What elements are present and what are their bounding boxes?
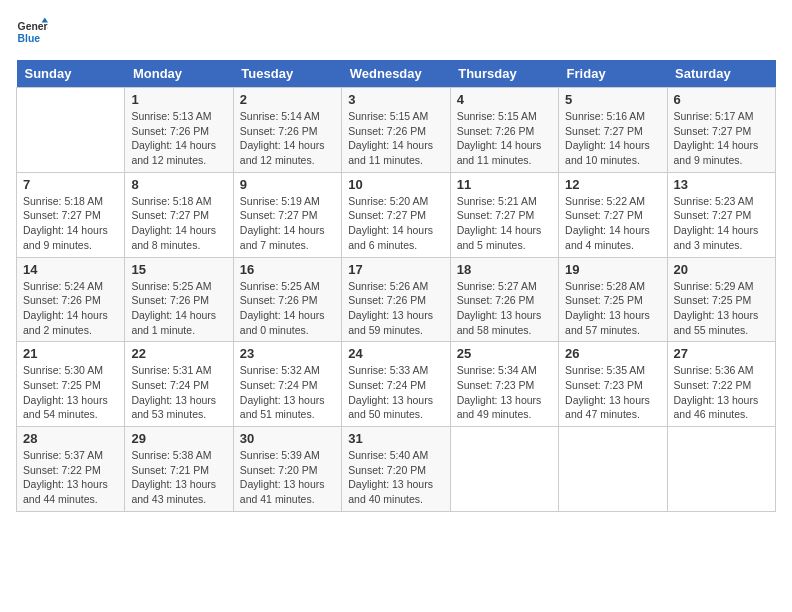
day-info: Sunrise: 5:25 AM Sunset: 7:26 PM Dayligh…	[240, 279, 335, 338]
day-info: Sunrise: 5:26 AM Sunset: 7:26 PM Dayligh…	[348, 279, 443, 338]
weekday-header-wednesday: Wednesday	[342, 60, 450, 88]
calendar-cell: 12Sunrise: 5:22 AM Sunset: 7:27 PM Dayli…	[559, 172, 667, 257]
weekday-header-thursday: Thursday	[450, 60, 558, 88]
calendar-cell: 29Sunrise: 5:38 AM Sunset: 7:21 PM Dayli…	[125, 427, 233, 512]
day-number: 19	[565, 262, 660, 277]
calendar-cell: 17Sunrise: 5:26 AM Sunset: 7:26 PM Dayli…	[342, 257, 450, 342]
calendar-cell: 5Sunrise: 5:16 AM Sunset: 7:27 PM Daylig…	[559, 88, 667, 173]
calendar-cell: 14Sunrise: 5:24 AM Sunset: 7:26 PM Dayli…	[17, 257, 125, 342]
weekday-header-saturday: Saturday	[667, 60, 775, 88]
calendar-cell: 30Sunrise: 5:39 AM Sunset: 7:20 PM Dayli…	[233, 427, 341, 512]
svg-text:General: General	[18, 21, 48, 32]
weekday-header-row: SundayMondayTuesdayWednesdayThursdayFrid…	[17, 60, 776, 88]
day-number: 15	[131, 262, 226, 277]
day-number: 18	[457, 262, 552, 277]
calendar-cell: 19Sunrise: 5:28 AM Sunset: 7:25 PM Dayli…	[559, 257, 667, 342]
day-info: Sunrise: 5:36 AM Sunset: 7:22 PM Dayligh…	[674, 363, 769, 422]
day-info: Sunrise: 5:29 AM Sunset: 7:25 PM Dayligh…	[674, 279, 769, 338]
calendar-cell: 10Sunrise: 5:20 AM Sunset: 7:27 PM Dayli…	[342, 172, 450, 257]
calendar-cell: 25Sunrise: 5:34 AM Sunset: 7:23 PM Dayli…	[450, 342, 558, 427]
day-number: 26	[565, 346, 660, 361]
calendar-cell	[450, 427, 558, 512]
day-number: 9	[240, 177, 335, 192]
day-number: 11	[457, 177, 552, 192]
calendar-cell: 22Sunrise: 5:31 AM Sunset: 7:24 PM Dayli…	[125, 342, 233, 427]
calendar-week-row: 21Sunrise: 5:30 AM Sunset: 7:25 PM Dayli…	[17, 342, 776, 427]
calendar-cell	[559, 427, 667, 512]
day-number: 8	[131, 177, 226, 192]
calendar-cell	[17, 88, 125, 173]
day-number: 22	[131, 346, 226, 361]
calendar-cell: 21Sunrise: 5:30 AM Sunset: 7:25 PM Dayli…	[17, 342, 125, 427]
day-info: Sunrise: 5:24 AM Sunset: 7:26 PM Dayligh…	[23, 279, 118, 338]
day-number: 30	[240, 431, 335, 446]
day-info: Sunrise: 5:25 AM Sunset: 7:26 PM Dayligh…	[131, 279, 226, 338]
day-number: 16	[240, 262, 335, 277]
calendar-cell: 31Sunrise: 5:40 AM Sunset: 7:20 PM Dayli…	[342, 427, 450, 512]
logo: General Blue	[16, 16, 48, 48]
calendar-cell: 28Sunrise: 5:37 AM Sunset: 7:22 PM Dayli…	[17, 427, 125, 512]
day-number: 7	[23, 177, 118, 192]
day-number: 31	[348, 431, 443, 446]
calendar-table: SundayMondayTuesdayWednesdayThursdayFrid…	[16, 60, 776, 512]
logo-icon: General Blue	[16, 16, 48, 48]
day-number: 29	[131, 431, 226, 446]
calendar-week-row: 14Sunrise: 5:24 AM Sunset: 7:26 PM Dayli…	[17, 257, 776, 342]
day-info: Sunrise: 5:18 AM Sunset: 7:27 PM Dayligh…	[23, 194, 118, 253]
calendar-cell: 24Sunrise: 5:33 AM Sunset: 7:24 PM Dayli…	[342, 342, 450, 427]
day-info: Sunrise: 5:22 AM Sunset: 7:27 PM Dayligh…	[565, 194, 660, 253]
day-number: 28	[23, 431, 118, 446]
day-info: Sunrise: 5:15 AM Sunset: 7:26 PM Dayligh…	[457, 109, 552, 168]
calendar-cell: 8Sunrise: 5:18 AM Sunset: 7:27 PM Daylig…	[125, 172, 233, 257]
day-info: Sunrise: 5:23 AM Sunset: 7:27 PM Dayligh…	[674, 194, 769, 253]
calendar-cell: 27Sunrise: 5:36 AM Sunset: 7:22 PM Dayli…	[667, 342, 775, 427]
calendar-week-row: 28Sunrise: 5:37 AM Sunset: 7:22 PM Dayli…	[17, 427, 776, 512]
day-number: 25	[457, 346, 552, 361]
calendar-cell: 7Sunrise: 5:18 AM Sunset: 7:27 PM Daylig…	[17, 172, 125, 257]
day-number: 12	[565, 177, 660, 192]
calendar-cell: 11Sunrise: 5:21 AM Sunset: 7:27 PM Dayli…	[450, 172, 558, 257]
calendar-cell: 16Sunrise: 5:25 AM Sunset: 7:26 PM Dayli…	[233, 257, 341, 342]
calendar-cell: 15Sunrise: 5:25 AM Sunset: 7:26 PM Dayli…	[125, 257, 233, 342]
day-info: Sunrise: 5:37 AM Sunset: 7:22 PM Dayligh…	[23, 448, 118, 507]
day-number: 14	[23, 262, 118, 277]
day-number: 10	[348, 177, 443, 192]
day-number: 3	[348, 92, 443, 107]
calendar-cell: 20Sunrise: 5:29 AM Sunset: 7:25 PM Dayli…	[667, 257, 775, 342]
day-info: Sunrise: 5:33 AM Sunset: 7:24 PM Dayligh…	[348, 363, 443, 422]
calendar-cell: 4Sunrise: 5:15 AM Sunset: 7:26 PM Daylig…	[450, 88, 558, 173]
svg-text:Blue: Blue	[18, 33, 41, 44]
day-number: 23	[240, 346, 335, 361]
day-number: 13	[674, 177, 769, 192]
day-number: 21	[23, 346, 118, 361]
day-number: 1	[131, 92, 226, 107]
calendar-week-row: 7Sunrise: 5:18 AM Sunset: 7:27 PM Daylig…	[17, 172, 776, 257]
calendar-cell: 23Sunrise: 5:32 AM Sunset: 7:24 PM Dayli…	[233, 342, 341, 427]
calendar-cell	[667, 427, 775, 512]
calendar-cell: 2Sunrise: 5:14 AM Sunset: 7:26 PM Daylig…	[233, 88, 341, 173]
day-number: 4	[457, 92, 552, 107]
day-info: Sunrise: 5:34 AM Sunset: 7:23 PM Dayligh…	[457, 363, 552, 422]
day-info: Sunrise: 5:16 AM Sunset: 7:27 PM Dayligh…	[565, 109, 660, 168]
day-info: Sunrise: 5:14 AM Sunset: 7:26 PM Dayligh…	[240, 109, 335, 168]
day-info: Sunrise: 5:39 AM Sunset: 7:20 PM Dayligh…	[240, 448, 335, 507]
weekday-header-monday: Monday	[125, 60, 233, 88]
day-info: Sunrise: 5:38 AM Sunset: 7:21 PM Dayligh…	[131, 448, 226, 507]
day-info: Sunrise: 5:17 AM Sunset: 7:27 PM Dayligh…	[674, 109, 769, 168]
day-number: 6	[674, 92, 769, 107]
day-info: Sunrise: 5:40 AM Sunset: 7:20 PM Dayligh…	[348, 448, 443, 507]
weekday-header-friday: Friday	[559, 60, 667, 88]
day-number: 17	[348, 262, 443, 277]
weekday-header-sunday: Sunday	[17, 60, 125, 88]
calendar-cell: 1Sunrise: 5:13 AM Sunset: 7:26 PM Daylig…	[125, 88, 233, 173]
day-info: Sunrise: 5:28 AM Sunset: 7:25 PM Dayligh…	[565, 279, 660, 338]
day-number: 24	[348, 346, 443, 361]
day-info: Sunrise: 5:18 AM Sunset: 7:27 PM Dayligh…	[131, 194, 226, 253]
day-info: Sunrise: 5:13 AM Sunset: 7:26 PM Dayligh…	[131, 109, 226, 168]
day-info: Sunrise: 5:35 AM Sunset: 7:23 PM Dayligh…	[565, 363, 660, 422]
day-info: Sunrise: 5:19 AM Sunset: 7:27 PM Dayligh…	[240, 194, 335, 253]
calendar-cell: 3Sunrise: 5:15 AM Sunset: 7:26 PM Daylig…	[342, 88, 450, 173]
day-info: Sunrise: 5:31 AM Sunset: 7:24 PM Dayligh…	[131, 363, 226, 422]
day-number: 5	[565, 92, 660, 107]
calendar-cell: 26Sunrise: 5:35 AM Sunset: 7:23 PM Dayli…	[559, 342, 667, 427]
